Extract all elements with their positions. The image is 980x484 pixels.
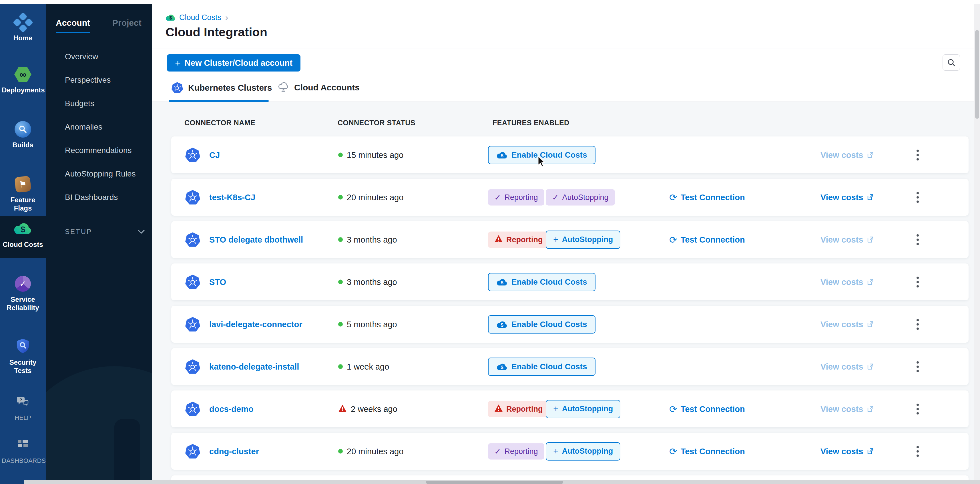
row-menu-button[interactable]: [914, 232, 921, 248]
connector-status: 20 minutes ago: [338, 193, 403, 202]
status-text: 1 week ago: [347, 362, 389, 371]
connector-name-link[interactable]: STO: [209, 277, 226, 287]
view-costs-link[interactable]: View costs: [821, 404, 874, 414]
connector-name-link[interactable]: kateno-delegate-install: [209, 362, 299, 371]
svg-text:$: $: [170, 16, 172, 20]
sidebar-item-bi-dashboards[interactable]: BI Dashboards: [65, 186, 148, 209]
connector-name-link[interactable]: lavi-delegate-connector: [209, 319, 302, 329]
sidebar-item-overview[interactable]: Overview: [65, 45, 148, 69]
external-link-icon: [867, 278, 874, 286]
view-costs-link[interactable]: View costs: [821, 447, 874, 456]
horizontal-scrollbar[interactable]: [24, 480, 980, 484]
kubernetes-icon: [185, 317, 200, 332]
module-nav-item-home[interactable]: Home: [0, 13, 46, 42]
module-nav-item-dashboards[interactable]: DASHBOARDS: [0, 436, 46, 465]
reporting-badge-ok: ✓Reporting: [488, 189, 544, 205]
enable-cloud-costs-button[interactable]: $Enable Cloud Costs: [488, 315, 595, 334]
tab-kubernetes-clusters[interactable]: Kubernetes Clusters: [172, 82, 272, 94]
test-connection-link[interactable]: ⟳ Test Connection: [669, 192, 745, 203]
tab-project[interactable]: Project: [112, 18, 142, 33]
module-nav-item-deployments[interactable]: ∞Deployments: [0, 65, 46, 94]
sidebar-item-perspectives[interactable]: Perspectives: [65, 69, 148, 92]
search-button[interactable]: [943, 54, 960, 71]
feature-slot-a: $Enable Cloud Costs: [488, 273, 595, 291]
status-text: 20 minutes ago: [347, 447, 403, 456]
module-nav-item-cloud-costs[interactable]: $Cloud Costs: [0, 216, 46, 258]
svg-text:$: $: [501, 280, 503, 285]
module-nav: Home∞DeploymentsBuilds⚑Feature Flags$Clo…: [0, 4, 46, 484]
feature-slot-a: ✓Reporting: [488, 443, 544, 459]
setup-section-toggle[interactable]: SETUP: [65, 225, 145, 238]
module-nav-item-builds[interactable]: Builds: [0, 120, 46, 149]
status-ok-dot: [338, 449, 343, 454]
add-autostopping-button[interactable]: +AutoStopping: [546, 400, 620, 418]
refresh-icon: ⟳: [669, 234, 677, 245]
add-autostopping-button[interactable]: +AutoStopping: [546, 230, 620, 249]
refresh-icon: ⟳: [669, 403, 677, 414]
svg-text:?: ?: [19, 397, 22, 402]
module-nav-label: Security Tests: [0, 358, 46, 375]
enable-cloud-costs-button[interactable]: $Enable Cloud Costs: [488, 273, 595, 291]
test-connection-link[interactable]: ⟳ Test Connection: [669, 403, 745, 414]
status-ok-dot: [338, 195, 343, 200]
connector-name-link[interactable]: CJ: [209, 150, 220, 160]
connector-status: 3 months ago: [338, 277, 397, 287]
add-autostopping-button[interactable]: +AutoStopping: [546, 442, 620, 460]
module-nav-item-security-tests[interactable]: Security Tests: [0, 337, 46, 375]
module-nav-label: Deployments: [0, 86, 46, 94]
view-costs-link[interactable]: View costs: [821, 235, 874, 244]
view-costs-label: View costs: [821, 277, 863, 287]
connector-name-link[interactable]: test-K8s-CJ: [209, 193, 255, 202]
test-connection-link[interactable]: ⟳ Test Connection: [669, 234, 745, 245]
sidebar-item-recommendations[interactable]: Recommendations: [65, 139, 148, 162]
row-menu-button[interactable]: [914, 401, 921, 417]
connector-row: STO 3 months ago $Enable Cloud Costs Vie…: [171, 264, 969, 300]
enable-cloud-costs-button[interactable]: $Enable Cloud Costs: [488, 146, 595, 164]
cloud-costs-icon: $: [165, 13, 176, 21]
horizontal-scrollbar-thumb[interactable]: [426, 481, 563, 484]
enable-cloud-costs-button[interactable]: $Enable Cloud Costs: [488, 358, 595, 376]
kubernetes-icon: [185, 148, 200, 163]
vertical-scrollbar[interactable]: [974, 4, 980, 480]
module-nav-item-feature-flags[interactable]: ⚑Feature Flags: [0, 175, 46, 212]
row-menu-button[interactable]: [914, 444, 921, 459]
module-nav-item-help[interactable]: ?HELP: [0, 393, 46, 422]
new-cluster-cloud-account-button[interactable]: + New Cluster/Cloud account: [167, 54, 301, 72]
row-menu-button[interactable]: [914, 190, 921, 205]
test-connection-link[interactable]: ⟳ Test Connection: [669, 446, 745, 457]
view-costs-link[interactable]: View costs: [821, 277, 874, 287]
feature-slot-b: +AutoStopping: [546, 230, 620, 249]
row-menu-button[interactable]: [914, 274, 921, 290]
connector-status: 20 minutes ago: [338, 447, 403, 456]
sidebar-menu: OverviewPerspectivesBudgetsAnomaliesReco…: [65, 45, 148, 209]
view-costs-link[interactable]: View costs: [821, 362, 874, 371]
connector-row: cdng-cluster 20 minutes ago ✓Reporting +…: [171, 433, 969, 470]
harness-logo-icon: [13, 12, 33, 33]
connector-name-link[interactable]: STO delegate dbothwell: [209, 235, 303, 244]
cloud-accounts-icon: [278, 82, 289, 93]
sidebar-item-budgets[interactable]: Budgets: [65, 92, 148, 115]
enable-cloud-costs-label: Enable Cloud Costs: [511, 150, 587, 160]
dashboards-icon: [17, 439, 29, 451]
connector-name-link[interactable]: cdng-cluster: [209, 447, 259, 456]
window-top-strip: [0, 0, 980, 4]
view-costs-label: View costs: [821, 362, 863, 371]
sidebar-item-anomalies[interactable]: Anomalies: [65, 115, 148, 139]
view-costs-link[interactable]: View costs: [821, 150, 874, 160]
sidebar-item-autostopping-rules[interactable]: AutoStopping Rules: [65, 162, 148, 186]
view-costs-link[interactable]: View costs: [821, 319, 874, 329]
enable-cloud-costs-label: Enable Cloud Costs: [511, 278, 587, 287]
vertical-scrollbar-thumb[interactable]: [975, 30, 979, 119]
view-costs-link[interactable]: View costs: [821, 193, 874, 202]
feature-slot-a: Reporting: [488, 232, 549, 248]
row-menu-button[interactable]: [914, 147, 921, 163]
connector-status: 5 months ago: [338, 319, 397, 329]
feature-slot-b: ✓AutoStopping: [546, 189, 615, 205]
tab-cloud-accounts[interactable]: Cloud Accounts: [278, 82, 360, 93]
tab-account[interactable]: Account: [56, 18, 90, 33]
row-menu-button[interactable]: [914, 317, 921, 332]
breadcrumb-cloud-costs-link[interactable]: Cloud Costs: [179, 13, 221, 22]
module-nav-item-service-reliability[interactable]: ✓Service Reliability: [0, 275, 46, 312]
connector-name-link[interactable]: docs-demo: [209, 404, 254, 414]
row-menu-button[interactable]: [914, 359, 921, 374]
